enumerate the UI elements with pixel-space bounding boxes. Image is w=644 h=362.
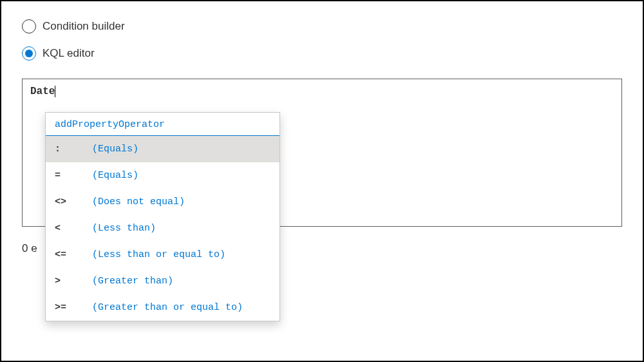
autocomplete-item[interactable]: : (Equals) [46, 136, 279, 162]
operator-symbol: > [55, 276, 92, 287]
radio-label: Condition builder [43, 20, 125, 33]
operator-description: (Equals) [92, 170, 138, 181]
radio-label: KQL editor [43, 47, 95, 60]
operator-description: (Does not equal) [92, 196, 185, 207]
radio-condition-builder[interactable]: Condition builder [22, 19, 622, 33]
operator-symbol: >= [55, 302, 92, 313]
autocomplete-item[interactable]: <> (Does not equal) [46, 189, 279, 215]
autocomplete-item[interactable]: < (Less than) [46, 215, 279, 242]
operator-symbol: <> [55, 196, 92, 207]
operator-description: (Less than) [92, 223, 156, 234]
mode-radio-group: Condition builder KQL editor [22, 19, 622, 61]
radio-icon [22, 19, 36, 33]
operator-description: (Less than or equal to) [92, 249, 225, 260]
autocomplete-item[interactable]: = (Equals) [46, 162, 279, 189]
text-cursor [55, 86, 55, 97]
editor-content: Date [30, 86, 55, 97]
operator-description: (Equals) [92, 144, 138, 155]
operator-description: (Greater than or equal to) [92, 302, 243, 313]
operator-symbol: < [55, 223, 92, 234]
autocomplete-header: addPropertyOperator [46, 113, 279, 136]
autocomplete-item[interactable]: > (Greater than) [46, 268, 279, 294]
operator-description: (Greater than) [92, 276, 173, 287]
operator-symbol: <= [55, 249, 92, 260]
autocomplete-popup: addPropertyOperator : (Equals) = (Equals… [45, 112, 280, 321]
radio-kql-editor[interactable]: KQL editor [22, 46, 622, 61]
operator-symbol: : [55, 144, 92, 155]
autocomplete-item[interactable]: >= (Greater than or equal to) [46, 294, 279, 321]
autocomplete-item[interactable]: <= (Less than or equal to) [46, 242, 279, 268]
radio-icon [22, 46, 36, 61]
operator-symbol: = [55, 170, 92, 181]
